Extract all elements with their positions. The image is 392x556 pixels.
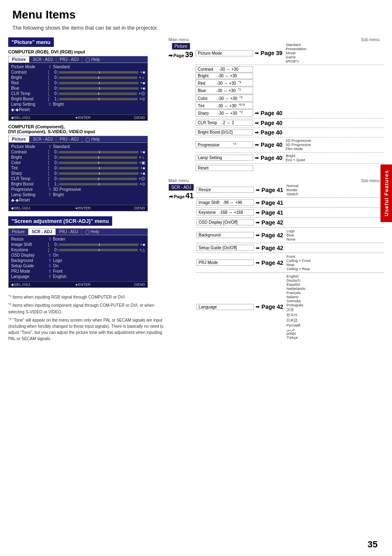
component-menu-box: Picture SCR - ADJ PRJ - ADJ ◯ Help Pictu… [8,136,148,211]
menu-row-red: Red [ 0 | +■ [11,81,145,85]
divider-6 [196,163,384,164]
menu-row-bright-boost-rgb: Bright Boost [ 1 | +⊙ [11,97,145,101]
divider-5 [196,152,384,153]
menu-row-image-shift: Image Shift [ 0 | +■ [11,242,145,247]
entry-image-shift: Image Shift -96 ↔ +96 ➡ Page 41 [196,199,384,206]
entry-setup-guide: Setup Guide [On/Off] ➡ Page 42 [196,245,384,251]
main-menu-label-scr: Main menu [168,178,189,183]
menu-row-blue: Blue [ 0 | +■ [11,86,145,90]
menu-row-picture-mode: Picture Mode ⇧ Standard [11,65,145,69]
scr-divider-4 [196,227,384,228]
scr-section-box: SCR - ADJ [168,184,194,191]
tab-picture-comp[interactable]: Picture [9,136,30,142]
sub-menu-label-scr: Sub menu [361,178,380,183]
scr-divider-7 [196,272,384,273]
entry-progressive: Progressive *2 ➡ Page 40 2D Progressive … [196,139,384,151]
scr-menu-box: Picture SCR - ADJ PRJ - ADJ ◯ Help Resiz… [8,228,148,288]
entry-bright-boost: Bright Boost [0/1/2] ➡ Page 40 [196,129,384,136]
rgb-menu-body: Picture Mode ⇧ Standard Contrast [ 0 | +… [9,63,148,114]
entry-language: Language ➡ Page 42 English Deutsch Españ… [196,274,384,340]
menu-row-picture-mode-comp: Picture Mode ⇧ Standard [11,144,145,149]
page-subtitle: The following shows the items that can b… [8,25,384,31]
tab-prj-comp[interactable]: PRJ - ADJ [56,136,82,142]
scr-diagram-header: Main menu Sub menu [168,178,384,183]
tab-prj-scr[interactable]: PRJ - ADJ [56,229,82,235]
menu-row-reset-rgb: ◆-◆Reset [11,107,145,112]
menu-row-prj-mode: PRJ Mode ⇧ Front [11,269,145,273]
subvals-language: English Deutsch Español Nederlands Franç… [286,274,305,340]
scr-tab-row: Picture SCR - ADJ PRJ - ADJ ◯ Help [9,229,148,235]
entry-tint: Tint -30 ↔ +30 *2*3 [196,102,384,109]
menu-row-lamp-comp: Lamp Setting ⇧ Bright [11,192,145,197]
rgb-tab-row: Picture SCR - ADJ PRJ - ADJ ◯ Help [9,56,148,63]
rgb-menu-footer: ◆SEL./ADJ. ◄ENTER ⊡END [9,114,148,120]
main-menu-label-picture: Main menu [168,37,189,42]
subvals-lamp: Bright Eco + Quiet [286,154,305,162]
menu-row-contrast: Contrast [ 0 | +■ [11,70,145,74]
entry-keystone: Keystone -168 ↔ +168 ➡ Page 41 [196,209,384,216]
entry-picture-mode: Picture Mode ➡ Page 39 Standard Presenta… [196,43,384,63]
page-container: Useful Features Menu Items The following… [0,0,392,556]
tab-picture-scr[interactable]: Picture [9,229,28,235]
scr-menu-body: Resize ⇧ Border Image Shift [ 0 | +■ [9,235,148,281]
tab-help-comp[interactable]: ◯ Help [82,136,103,142]
rgb-menu-box: Picture SCR - ADJ PRJ - ADJ ◯ Help Pictu… [8,56,148,121]
subvals-prj-mode: Front Ceiling + Front Rear Ceiling + Rea… [286,255,311,271]
entry-box-picture-mode: Picture Mode [196,50,253,56]
sub-menu-label-picture: Sub menu [361,37,380,42]
side-tab: Useful Features [380,164,392,222]
divider-3 [196,127,384,128]
tab-scr-rgb[interactable]: SCR - ADJ [30,56,56,63]
scr-divider-6 [196,253,384,253]
entry-osd-display: OSD Display [On/Off] ➡ Page 42 [196,219,384,226]
menu-row-background: Background ⇧ Logo [11,258,145,263]
entry-clr-temp: CLR Temp -2 ↔ 2 ➡ Page 40 [196,120,384,126]
menu-row-bright-boost-comp: Bright Boost [ 1 | +⊙ [11,182,145,186]
entry-resize: Resize ➡ Page 41 Normal Border Stretch [196,184,384,196]
menu-row-progressive-comp: Progressive ⇧ 3D Progressive [11,187,145,192]
tab-help-rgb[interactable]: ◯ Help [82,56,103,63]
footnotes: *1 Items when inputting RGB signal throu… [8,294,164,342]
menu-row-contrast-comp: Contrast [ 0 | +■ [11,150,145,154]
tab-help-scr[interactable]: ◯ Help [82,229,102,235]
scr-diagram: SCR - ADJ ➡Page 41 Resize ➡ Page 41 [168,184,384,340]
page-number: 35 [368,539,378,550]
entry-background: Background ➡ Page 42 Logo Blue None [196,229,384,241]
right-column: Main menu Sub menu Picture ➡Page 39 Pict… [168,37,384,343]
tab-picture-rgb[interactable]: Picture [9,56,30,63]
menu-row-setup-guide: Setup Guide ⇧ On [11,264,145,268]
tab-scr-comp[interactable]: SCR - ADJ [30,136,56,142]
menu-row-lamp-rgb: Lamp Setting ⇧ Bright [11,102,145,107]
footnote-2: *2 Items when inputting component signal… [8,302,164,315]
entry-box-background: Background [196,232,254,238]
entry-contrast: Contrast -30 ↔ +30 [196,66,384,72]
scr-divider-2 [196,207,384,208]
component-menu-footer: ◆SEL./ADJ. ◄ENTER ⊡END [9,205,148,211]
scr-divider-3 [196,217,384,218]
component-subheader: COMPUTER (Component),DVI (Component), S-… [8,124,164,134]
main-layout: "Picture" menu COMPUTER (RGB), DVI (RGB)… [8,37,384,343]
entry-bright: Bright -30 ↔ +30 [196,73,384,79]
menu-row-reset-comp: ◆-◆Reset [11,198,145,202]
scr-page-link: ➡Page 41 [169,192,194,200]
picture-section-box: Picture [172,43,190,50]
menu-row-keystone: Keystone [ 0 | +△ [11,248,145,252]
scr-section: "Screen adjustment (SCR-ADJ)" menu Pictu… [8,216,164,288]
subvals-progressive: 2D Progressive 3D Progressive Film Mode [286,139,311,151]
menu-row-language: Language ⇧ English [11,274,145,279]
tab-prj-rgb[interactable]: PRJ - ADJ [56,56,82,63]
scr-diagram-section: Main menu Sub menu SCR - ADJ ➡Page 41 [168,178,384,340]
menu-row-clr-temp-rgb: CLR Temp [ 0 | +☹ [11,91,145,96]
menu-row-tint-comp: Tint [ 0 | +■ [11,166,145,170]
rgb-subheader: COMPUTER (RGB), DVI (RGB) input [8,49,164,54]
menu-row-bright-rgb: Bright [ 0 | +☼ [11,75,145,80]
left-column: "Picture" menu COMPUTER (RGB), DVI (RGB)… [8,37,164,343]
footnote-1: *1 Items when inputting RGB signal throu… [8,294,164,300]
menu-row-color-comp: Color [ 0 | +▣ [11,160,145,165]
picture-diagram: Picture ➡Page 39 Picture Mode ➡ Page 39 … [168,43,384,171]
entry-lamp-setting: Lamp Setting ➡ Page 40 Bright Eco + Quie… [196,154,384,162]
entry-blue: Blue -30 ↔ +30 *1 [196,87,384,94]
scr-divider-1 [196,197,384,198]
subvals-picture-mode: Standard Presentation Movie Game sRGB*1 [286,43,307,63]
tab-scr-scr[interactable]: SCR - ADJ [28,229,56,235]
